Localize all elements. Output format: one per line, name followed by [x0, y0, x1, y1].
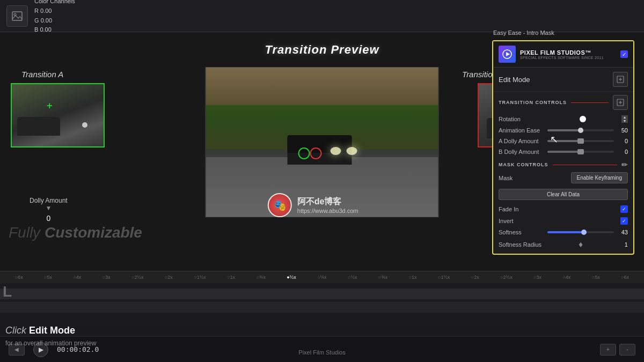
top-bar: Color Channels R 0.00 G 0.00 B 0.00: [0, 0, 644, 32]
ruler-marks: ○6x ○5x ○4x ○3x ○2½x ○2x ○1½x ○1x ○¾x ●½…: [4, 275, 640, 280]
a-dolly-label: A Dolly Amount: [499, 138, 544, 144]
edit-mode-button[interactable]: [613, 72, 628, 87]
enable-keyframing-button[interactable]: Enable Keyframing: [571, 172, 628, 183]
bottom-sub-text: for an overall animation preview: [5, 339, 96, 347]
timeline-tracks: L: [0, 283, 644, 326]
rotation-stepper[interactable]: ▲ ▼: [621, 115, 628, 123]
chinese-brand: 阿不de博客: [297, 196, 358, 208]
cursor-arrow: ↖: [550, 134, 558, 145]
a-dolly-slider[interactable]: ↖: [547, 140, 614, 142]
dolly-a-label: Dolly Amount: [30, 197, 68, 204]
mask-controls-section: MASK CONTROLS ✏ Mask Enable Keyframing C…: [493, 157, 633, 203]
animation-ease-label: Animation Ease: [499, 127, 544, 134]
svg-point-1: [14, 13, 16, 16]
click-label: Click: [5, 325, 29, 336]
rotation-label: Rotation: [499, 116, 544, 122]
preview-title: Transition Preview: [265, 43, 379, 57]
b-dolly-row: B Dolly Amount 0: [493, 146, 633, 157]
edit-mode-text: Edit Mode: [29, 325, 75, 336]
thumbnail-a: +: [11, 83, 105, 147]
softness-slider[interactable]: [547, 231, 614, 233]
right-panel: Easy Ease - Intro Mask PIXEL FILM STUDIO…: [492, 40, 634, 255]
image-icon: [6, 5, 28, 27]
animation-ease-fill: [547, 129, 581, 131]
chinese-text-block: 阿不de博客 https://www.abu3d.com: [297, 196, 358, 214]
brand-name: PIXEL FILM STUDIOS™: [520, 49, 616, 56]
mask-controls-header: MASK CONTROLS ✏: [499, 160, 628, 169]
mask-row: Mask Enable Keyframing: [499, 172, 628, 183]
a-dolly-row: A Dolly Amount ↖ 0: [493, 136, 633, 146]
a-dolly-fill: [547, 140, 581, 142]
svg-marker-3: [506, 52, 510, 56]
brand-logo-inner: [499, 46, 516, 63]
softness-label: Softness: [499, 229, 544, 235]
r-channel: R 0.00: [34, 6, 75, 16]
fade-in-checkbox[interactable]: ✓: [620, 205, 628, 213]
transition-controls-header: TRANSITION CONTROLS: [493, 92, 633, 113]
headlight-left: [330, 147, 341, 155]
panel-label-above: Easy Ease - Intro Mask: [493, 29, 554, 36]
softness-row: Softness 43: [493, 227, 633, 238]
chinese-watermark: 🎭 阿不de博客 https://www.abu3d.com: [268, 193, 358, 217]
pixel-film-bottom-label: Pixel Film Studios: [298, 349, 345, 356]
dolly-a-value: 0: [30, 214, 68, 223]
edit-mode-row: Edit Mode: [493, 68, 633, 92]
animation-ease-row: Animation Ease 50: [493, 125, 633, 136]
zoom-out-btn[interactable]: -: [619, 344, 635, 356]
circle-green-marker: [298, 147, 310, 159]
stepper-down[interactable]: ▼: [621, 119, 628, 123]
invert-label: Invert: [499, 218, 544, 224]
timeline-ruler[interactable]: ○6x ○5x ○4x ○3x ○2½x ○2x ○1½x ○1x ○¾x ●½…: [0, 271, 644, 283]
a-dolly-thumb[interactable]: [577, 138, 584, 144]
softness-thumb[interactable]: [581, 230, 587, 235]
car-a-silhouette: [17, 117, 60, 136]
transition-divider: [571, 102, 609, 103]
softness-value: 43: [617, 229, 628, 235]
g-channel: G 0.00: [34, 16, 75, 26]
brand-logo: [499, 46, 516, 63]
pencil-icon: ✏: [621, 160, 628, 169]
invert-row: Invert ✓: [493, 215, 633, 227]
transition-a-label: Transition A: [21, 70, 63, 79]
mask-controls-title: MASK CONTROLS: [499, 162, 548, 167]
softness-radius-icon: ♦: [579, 240, 583, 249]
edit-mode-label: Edit Mode: [499, 76, 530, 84]
timeline: Zero Rotation ○6x ○5x ○4x ○3x ○2½x ○2x ○…: [0, 271, 644, 362]
rotation-radio[interactable]: [580, 116, 586, 122]
green-cross-marker: +: [47, 100, 53, 112]
zoom-in-btn[interactable]: +: [600, 344, 616, 356]
b-dolly-slider[interactable]: [547, 151, 614, 153]
clear-all-data-button[interactable]: Clear All Data: [499, 189, 628, 200]
softness-radius-value: 1: [617, 241, 628, 248]
panel-enable-checkbox[interactable]: ✓: [620, 50, 628, 58]
chinese-logo: 🎭: [268, 193, 292, 217]
mask-divider: [553, 165, 618, 165]
animation-ease-thumb[interactable]: [578, 128, 583, 133]
b-channel: B 0.00: [34, 25, 75, 35]
invert-checkbox[interactable]: ✓: [620, 217, 628, 225]
customizable-watermark: Fully Customizable: [9, 224, 142, 241]
brand-text: PIXEL FILM STUDIOS™ SPECIAL EFFECTS SOFT…: [520, 49, 616, 60]
animation-ease-slider[interactable]: [547, 129, 614, 131]
b-dolly-thumb[interactable]: [577, 149, 584, 154]
white-dot-a: [82, 122, 87, 128]
b-dolly-label: B Dolly Amount: [499, 149, 544, 155]
thumbnail-a-road: +: [12, 84, 104, 146]
transition-controls-title: TRANSITION CONTROLS: [499, 100, 567, 105]
softness-radius-row: Softness Radius ♦ 1: [493, 238, 633, 254]
transition-icon-btn[interactable]: [613, 95, 628, 110]
color-channels-panel: Color Channels R 0.00 G 0.00 B 0.00: [34, 0, 75, 35]
b-dolly-value: 0: [617, 149, 628, 155]
a-dolly-value: 0: [617, 138, 628, 144]
rotation-row: Rotation ▲ ▼: [493, 113, 633, 125]
svg-rect-0: [12, 12, 22, 20]
circle-red-marker: [310, 147, 321, 159]
fade-in-label: Fade In: [499, 206, 544, 212]
animation-ease-value: 50: [617, 127, 628, 134]
panel-header: PIXEL FILM STUDIOS™ SPECIAL EFFECTS SOFT…: [493, 41, 633, 68]
softness-radius-label: Softness Radius: [499, 241, 544, 248]
headlight-right: [346, 147, 357, 155]
right-controls: + -: [600, 344, 635, 356]
stepper-up[interactable]: ▲: [621, 115, 628, 119]
b-dolly-fill: [547, 151, 581, 153]
